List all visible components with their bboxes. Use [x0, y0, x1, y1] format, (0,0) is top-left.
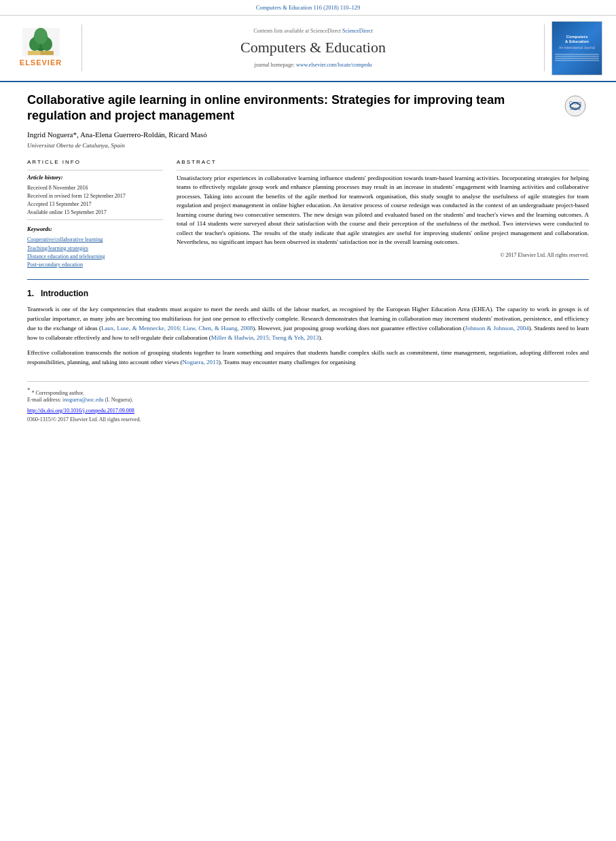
journal-cover-thumbnail: Computers& Education An International Jo…	[551, 21, 602, 75]
footnote-corresponding: * * Corresponding author.	[27, 386, 589, 397]
abstract-label: ABSTRACT	[177, 158, 589, 166]
science-direct-text: Contents lists available at ScienceDirec…	[92, 27, 534, 35]
main-content: Collaborative agile learning in online e…	[0, 82, 616, 433]
doi-link[interactable]: http://dx.doi.org/10.1016/j.compedu.2017…	[27, 408, 134, 414]
svg-point-5	[34, 28, 48, 44]
journal-homepage: journal homepage: www.elsevier.com/locat…	[92, 61, 534, 69]
doi-line: http://dx.doi.org/10.1016/j.compedu.2017…	[27, 407, 589, 414]
article-history: Article history: Received 8 November 201…	[27, 174, 163, 217]
citation-text: Computers & Education 116 (2018) 110–129	[256, 4, 361, 11]
article-info-column: ARTICLE INFO Article history: Received 8…	[27, 158, 163, 269]
footnote-section: * * Corresponding author. E-mail address…	[27, 381, 589, 423]
cover-title: Computers& Education	[565, 35, 589, 44]
article-info-abstract: ARTICLE INFO Article history: Received 8…	[27, 158, 589, 269]
homepage-link[interactable]: www.elsevier.com/locate/compedu	[296, 62, 372, 68]
affiliation: Universitat Oberta de Catalunya, Spain	[27, 141, 589, 150]
science-direct-link[interactable]: ScienceDirect	[342, 28, 373, 34]
abstract-text: Unsatisfactory prior experiences in coll…	[177, 174, 589, 247]
footnote-email: E-mail address: inoguera@uoc.edu (I. Nog…	[27, 396, 589, 404]
cover-decoration	[555, 53, 599, 62]
ref-johnson[interactable]: Johnson & Johnson, 2004	[465, 325, 529, 332]
intro-paragraph-1: Teamwork is one of the key competencies …	[27, 305, 589, 343]
accepted-date: Accepted 13 September 2017	[27, 200, 163, 208]
elsevier-tree-icon	[22, 28, 60, 56]
keyword-2[interactable]: Teaching/learning strategies	[27, 245, 163, 252]
available-online-date: Available online 15 September 2017	[27, 209, 163, 216]
issn-line: 0360-1315/© 2017 Elsevier Ltd. All right…	[27, 416, 589, 423]
keywords-section: Keywords: Cooperative/collaborative lear…	[27, 226, 163, 268]
section-divider	[27, 279, 589, 280]
journal-title-area: Contents lists available at ScienceDirec…	[81, 24, 545, 71]
received-date: Received 8 November 2016	[27, 184, 163, 192]
received-revised-date: Received in revised form 12 September 20…	[27, 192, 163, 200]
abstract-divider	[177, 170, 589, 171]
citation-bar: Computers & Education 116 (2018) 110–129	[0, 0, 616, 16]
copyright: © 2017 Elsevier Ltd. All rights reserved…	[177, 251, 589, 259]
intro-paragraph-2: Effective collaboration transcends the n…	[27, 348, 589, 368]
journal-header: ELSEVIER Contents lists available at Sci…	[0, 16, 616, 82]
divider2	[27, 219, 163, 220]
elsevier-wordmark: ELSEVIER	[20, 58, 62, 68]
email-link[interactable]: inoguera@uoc.edu	[62, 397, 103, 403]
elsevier-logo: ELSEVIER	[14, 28, 75, 69]
abstract-column: ABSTRACT Unsatisfactory prior experience…	[177, 158, 589, 269]
ref-laux[interactable]: Laux, Luse, & Mennecke, 2016; Liaw, Chen…	[101, 325, 253, 332]
divider	[27, 170, 163, 171]
article-title: Collaborative agile learning in online e…	[27, 92, 562, 124]
keyword-1[interactable]: Cooperative/collaborative learning	[27, 236, 163, 243]
crossmark-icon: Cross Mark	[564, 95, 586, 117]
article-info-label: ARTICLE INFO	[27, 158, 163, 166]
article-title-section: Collaborative agile learning in online e…	[27, 92, 589, 124]
ref-noguera[interactable]: Noguera, 2013	[182, 359, 219, 365]
crossmark-badge[interactable]: Cross Mark	[562, 92, 589, 120]
ref-miller[interactable]: Miller & Hadwin, 2015; Tseng & Yeh, 2013	[211, 334, 319, 341]
keyword-3[interactable]: Distance education and telelearning	[27, 253, 163, 260]
keyword-4[interactable]: Post-secondary education	[27, 261, 163, 268]
authors: Ingrid Noguera*, Ana-Elena Guerrero-Rold…	[27, 130, 589, 140]
intro-heading: 1. Introduction	[27, 288, 589, 300]
svg-rect-7	[28, 51, 41, 55]
journal-name: Computers & Education	[92, 37, 534, 58]
keywords-label: Keywords:	[27, 226, 163, 234]
history-label: Article history:	[27, 174, 163, 182]
